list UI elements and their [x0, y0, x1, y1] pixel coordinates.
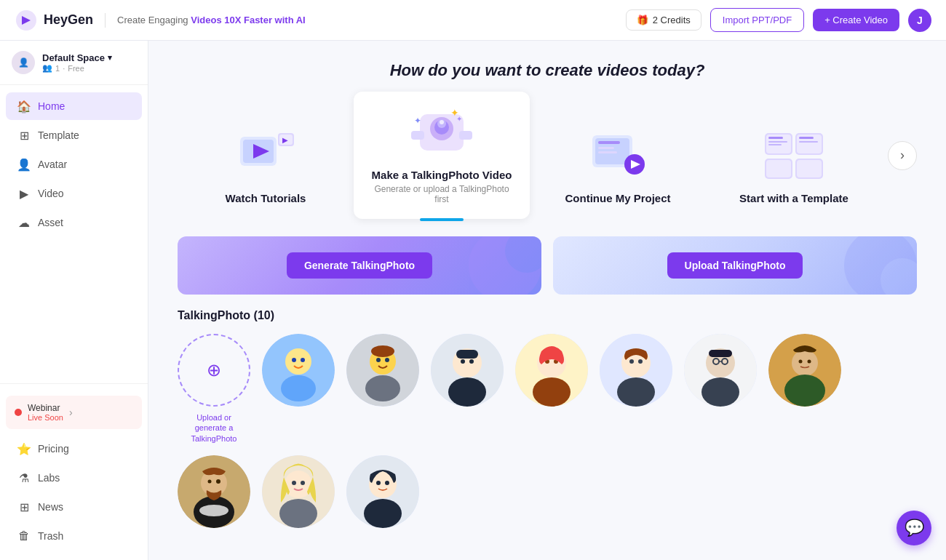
sidebar-item-label: Labs	[38, 472, 60, 484]
svg-point-66	[629, 359, 634, 364]
photo-item[interactable]	[431, 334, 504, 444]
chat-bubble[interactable]: 💬	[897, 511, 931, 545]
card-tutorials[interactable]: ▶ Watch Tutorials	[178, 92, 354, 219]
card-talkingphoto-sub: Generate or upload a TalkingPhoto first	[368, 184, 515, 204]
template-icon: ⊞	[17, 129, 31, 142]
video-icon: ▶	[17, 187, 31, 200]
photo-item[interactable]	[768, 334, 841, 444]
svg-point-95	[385, 481, 389, 485]
sidebar-item-pricing[interactable]: ⭐ Pricing	[6, 435, 142, 463]
card-continue[interactable]: Continue My Project	[530, 92, 706, 219]
sidebar-item-label: Video	[38, 188, 64, 199]
sidebar-item-home[interactable]: 🏠 Home	[6, 92, 142, 120]
add-photo-item[interactable]: ⊕ Upload orgenerate aTalkingPhoto	[178, 334, 250, 444]
photo-item[interactable]	[346, 334, 419, 444]
create-video-button[interactable]: + Create Video	[813, 9, 899, 31]
news-icon: ⊞	[17, 500, 31, 513]
nav-items: 🏠 Home ⊞ Template 👤 Avatar ▶ Video ☁ Ass…	[0, 85, 148, 383]
chat-icon: 💬	[905, 519, 924, 537]
sidebar-item-label: Asset	[38, 217, 63, 228]
photo-circle	[768, 334, 841, 407]
main-content: How do you want to create videos today? …	[148, 41, 946, 560]
section-title: TalkingPhoto (10)	[178, 309, 917, 322]
workspace-name: Default Space ▾	[42, 52, 136, 63]
photos-grid: ⊕ Upload orgenerate aTalkingPhoto	[148, 334, 946, 543]
svg-rect-15	[411, 131, 424, 140]
svg-point-90	[301, 481, 305, 485]
tutorials-illustration: ▶	[229, 127, 302, 185]
svg-point-42	[285, 348, 311, 375]
photo-item[interactable]	[684, 334, 757, 444]
home-icon: 🏠	[17, 100, 31, 113]
sidebar-item-avatar[interactable]: 👤 Avatar	[6, 151, 142, 178]
svg-rect-34	[766, 160, 791, 177]
photo-item[interactable]	[262, 334, 335, 444]
svg-rect-28	[768, 144, 782, 145]
photo-circle	[178, 455, 250, 528]
avatar-icon: 👤	[17, 158, 31, 171]
photo-item[interactable]	[346, 455, 419, 528]
sidebar-item-template[interactable]: ⊞ Template	[6, 121, 142, 149]
photo-item[interactable]	[515, 334, 588, 444]
svg-rect-31	[799, 137, 814, 139]
credits-button[interactable]: 🎁 2 Credits	[626, 9, 701, 31]
sidebar-item-labs[interactable]: ⚗ Labs	[6, 464, 142, 492]
sidebar-item-label: Pricing	[38, 443, 69, 455]
svg-point-67	[638, 359, 643, 364]
sidebar-bottom: Webinar Live Soon › ⭐ Pricing ⚗ Labs ⊞ N…	[0, 383, 148, 560]
upload-card[interactable]: Upload TalkingPhoto	[553, 236, 917, 295]
svg-point-56	[469, 359, 474, 364]
sidebar-item-label: News	[38, 501, 63, 513]
svg-point-77	[784, 375, 825, 407]
sidebar-item-trash[interactable]: 🗑 Trash	[6, 522, 142, 550]
header-divider	[105, 13, 106, 28]
photo-circle	[600, 334, 672, 407]
svg-point-65	[617, 377, 655, 407]
svg-text:✦: ✦	[414, 116, 421, 126]
active-indicator	[420, 218, 464, 221]
logo-icon	[15, 9, 38, 32]
workspace-section[interactable]: 👤 Default Space ▾ 👥 1 · Free	[0, 41, 148, 85]
users-icon: 👥	[42, 63, 52, 73]
gift-icon: 🎁	[637, 15, 648, 25]
svg-rect-27	[768, 141, 787, 143]
svg-text:✦: ✦	[456, 115, 462, 123]
photo-circle	[431, 334, 504, 407]
template-illustration	[758, 127, 830, 185]
svg-point-83	[208, 479, 212, 483]
generate-card[interactable]: Generate TalkingPhoto	[178, 236, 541, 295]
svg-rect-16	[459, 131, 472, 140]
sidebar-item-label: Avatar	[38, 159, 67, 170]
svg-point-79	[808, 360, 811, 364]
svg-point-78	[799, 360, 803, 364]
add-icon: ⊕	[207, 360, 221, 380]
user-avatar[interactable]: J	[908, 9, 931, 32]
sidebar-item-video[interactable]: ▶ Video	[6, 180, 142, 207]
svg-point-51	[371, 345, 394, 357]
svg-point-49	[376, 358, 381, 362]
import-button[interactable]: Import PPT/PDF	[710, 8, 804, 32]
photo-circle	[346, 334, 419, 407]
pricing-icon: ⭐	[17, 442, 31, 455]
card-talkingphoto[interactable]: ✦ ✦ ✦ Make a TalkingPhoto Video Generate…	[354, 92, 530, 219]
chevron-right-icon: ›	[69, 407, 73, 418]
action-row: Generate TalkingPhoto Upload TalkingPhot…	[178, 236, 917, 295]
svg-point-85	[199, 505, 228, 516]
talkingphoto-illustration: ✦ ✦ ✦	[405, 103, 478, 161]
photo-circle	[684, 334, 757, 407]
webinar-banner[interactable]: Webinar Live Soon ›	[6, 396, 142, 429]
sidebar-item-asset[interactable]: ☁ Asset	[6, 209, 142, 236]
sidebar-item-news[interactable]: ⊞ News	[6, 493, 142, 521]
card-tutorials-title: Watch Tutorials	[226, 192, 306, 204]
logo-area: HeyGen	[15, 9, 93, 32]
svg-point-11	[440, 120, 444, 124]
tagline-highlight: Videos 10X Faster with AI	[191, 15, 306, 25]
photo-item[interactable]	[600, 334, 672, 444]
svg-rect-36	[797, 160, 822, 177]
trash-icon: 🗑	[17, 529, 31, 543]
card-template[interactable]: Start with a Template	[706, 92, 882, 219]
webinar-info: Webinar Live Soon	[28, 403, 63, 422]
next-button[interactable]: ›	[888, 141, 917, 170]
photo-item[interactable]	[178, 455, 250, 528]
photo-item[interactable]	[262, 455, 335, 528]
